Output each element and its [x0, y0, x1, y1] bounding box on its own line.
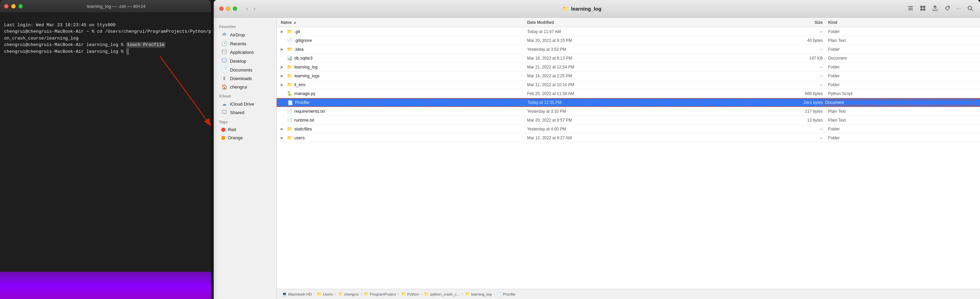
file-list-container: Name ▲ Date Modified Size Kind ▶ — [277, 18, 980, 299]
gitignore-kind: Plain Text — [823, 38, 976, 43]
sidebar-item-applications[interactable]: Applications — [216, 48, 274, 56]
svg-rect-6 — [923, 6, 925, 8]
finder-title: 📁 learning_log — [262, 5, 902, 12]
downloads-label: Downloads — [230, 76, 252, 81]
file-icon-procfile: 📄 — [288, 100, 293, 105]
finder-nav: ‹ › — [244, 5, 258, 13]
manage-date: Feb 25, 2022 at 11:38 AM — [527, 91, 724, 96]
requirements-kind: Plain Text — [823, 109, 976, 114]
close-button[interactable] — [4, 4, 8, 8]
breadcrumb-macintosh-hd[interactable]: 💻 Macintosh HD — [282, 292, 312, 296]
idea-size: -- — [724, 47, 823, 52]
back-button[interactable]: ‹ — [244, 5, 250, 13]
breadcrumb-programproject[interactable]: 📁 ProgramProject — [364, 292, 396, 296]
learning-logs-size: -- — [724, 74, 823, 78]
svg-rect-3 — [908, 8, 913, 8]
python-folder-icon: 📁 — [401, 292, 406, 296]
idea-name: .idea — [294, 47, 304, 52]
procfile-breadcrumb-icon: 📄 — [497, 292, 501, 296]
users-size: -- — [724, 136, 823, 140]
ll-env-kind: Folder — [823, 82, 976, 87]
breadcrumb-learning-log[interactable]: 📁 learning_log — [465, 292, 492, 296]
breadcrumb-python[interactable]: 📁 Python — [401, 292, 419, 296]
column-size-header[interactable]: Size — [724, 20, 823, 25]
runtime-kind: Plain Text — [823, 118, 976, 123]
sidebar-item-icloud-drive[interactable]: ☁ iCloud Drive — [216, 100, 274, 108]
expand-arrow-ll-env: ▶ — [281, 83, 285, 86]
airdrop-label: AirDrop — [230, 32, 245, 37]
file-row-git[interactable]: ▶ 📁 .git Today at 11:47 AM -- Folder — [277, 27, 980, 36]
users-name: users — [294, 136, 305, 140]
learning-logs-date: Mar 14, 2022 at 2:25 PM — [527, 74, 724, 78]
file-row-requirements[interactable]: 📄 requirements.txt Yesterday at 3:33 PM … — [277, 107, 980, 116]
svg-rect-14 — [222, 59, 226, 62]
file-row-runtime[interactable]: 📄 runtime.txt Mar 20, 2022 at 9:57 PM 13… — [277, 116, 980, 125]
list-view-button[interactable] — [906, 4, 915, 14]
desktop-icon — [221, 58, 227, 64]
svg-point-9 — [948, 6, 949, 8]
sidebar-item-recents[interactable]: 🕐 Recents — [216, 40, 274, 48]
terminal-titlebar: learning_log — -zsh — 80×24 — [0, 0, 211, 12]
pp-folder-icon: 📁 — [364, 292, 369, 296]
ll-env-size: -- — [724, 82, 823, 87]
grid-view-button[interactable] — [918, 4, 927, 14]
finder-minimize-button[interactable] — [226, 6, 231, 11]
forward-button[interactable]: › — [251, 5, 258, 13]
terminal-line-1: Last login: Wed Mar 23 10:23:45 on ttys0… — [4, 22, 116, 27]
sidebar-item-tag-red[interactable]: Red — [216, 126, 274, 133]
breadcrumb-users[interactable]: 📁 Users — [317, 292, 333, 296]
sidebar-item-downloads[interactable]: ⬇ Downloads — [216, 74, 274, 82]
learning-log-folder-icon: 📁 — [465, 292, 470, 296]
file-row-manage[interactable]: 🐍 manage.py Feb 25, 2022 at 11:38 AM 668… — [277, 89, 980, 98]
file-row-staticfiles[interactable]: ▶ 📁 staticfiles Yesterday at 4:00 PM -- … — [277, 125, 980, 133]
ll-env-date: Mar 11, 2022 at 10:16 PM — [527, 82, 724, 87]
gitignore-date: Mar 20, 2022 at 9:15 PM — [527, 38, 724, 43]
favorites-label: Favorites — [214, 22, 276, 30]
minimize-button[interactable] — [11, 4, 16, 8]
finder-maximize-button[interactable] — [233, 6, 237, 11]
file-row-learning-log[interactable]: ▶ 📁 learning_log Mar 21, 2022 at 12:54 P… — [277, 63, 980, 72]
finder-close-button[interactable] — [219, 6, 224, 11]
file-row-ll-env[interactable]: ▶ 📁 ll_env Mar 11, 2022 at 10:16 PM -- F… — [277, 80, 980, 89]
file-row-db[interactable]: 📊 db.sqlite3 Mar 18, 2022 at 8:13 PM 147… — [277, 54, 980, 63]
terminal-body[interactable]: Last login: Wed Mar 23 10:23:45 on ttys0… — [0, 12, 211, 272]
sidebar-item-desktop[interactable]: Desktop — [216, 57, 274, 66]
sidebar-item-tag-orange[interactable]: Orange — [216, 134, 274, 142]
file-row-learning-logs[interactable]: ▶ 📁 learning_logs Mar 14, 2022 at 2:25 P… — [277, 72, 980, 80]
breadcrumb-chengrui[interactable]: 📁 chengrui — [338, 292, 359, 296]
maximize-button[interactable] — [18, 4, 23, 8]
manage-size: 668 bytes — [724, 91, 823, 96]
sidebar-item-chengrui[interactable]: 🏠 chengrui — [216, 83, 274, 91]
file-row-gitignore[interactable]: 📄 .gitignore Mar 20, 2022 at 9:15 PM 40 … — [277, 36, 980, 45]
file-name-git: ▶ 📁 .git — [281, 29, 527, 34]
file-name-users: ▶ 📁 users — [281, 135, 527, 140]
breadcrumb-procfile[interactable]: 📄 Procfile — [497, 292, 515, 296]
folder-icon-users: 📁 — [287, 135, 292, 140]
requirements-size: 217 bytes — [724, 109, 823, 114]
sidebar-item-airdrop[interactable]: AirDrop — [216, 30, 274, 39]
file-row-procfile[interactable]: 📄 Procfile Today at 12:35 PM Zero bytes … — [277, 98, 980, 107]
tags-label: Tags — [214, 117, 276, 125]
column-name-header[interactable]: Name ▲ — [281, 20, 527, 25]
share-button[interactable] — [931, 4, 940, 14]
column-date-header[interactable]: Date Modified — [527, 20, 724, 25]
search-button[interactable] — [966, 4, 975, 14]
column-kind-header[interactable]: Kind — [823, 20, 976, 25]
git-kind: Folder — [823, 29, 976, 34]
procfile-name: Procfile — [295, 100, 309, 105]
sidebar-item-documents[interactable]: 📄 Documents — [216, 66, 274, 74]
sidebar-item-shared[interactable]: Shared — [216, 108, 274, 117]
breadcrumb-python-crash[interactable]: 📁 python_crash_c... — [424, 292, 460, 296]
folder-icon-git: 📁 — [287, 29, 292, 34]
staticfiles-kind: Folder — [823, 127, 976, 131]
file-row-users[interactable]: ▶ 📁 users Mar 13, 2022 at 9:27 AM -- Fol… — [277, 133, 980, 142]
more-button[interactable]: ··· — [955, 5, 962, 13]
sep-5: › — [421, 292, 422, 296]
svg-rect-17 — [222, 110, 226, 114]
file-name-manage: 🐍 manage.py — [281, 91, 527, 96]
tag-button[interactable] — [943, 4, 952, 14]
file-row-idea[interactable]: ▶ 📁 .idea Yesterday at 3:53 PM -- Folder — [277, 45, 980, 54]
file-name-learning-logs: ▶ 📁 learning_logs — [281, 73, 527, 78]
file-name-db: 📊 db.sqlite3 — [281, 56, 527, 61]
folder-icon-ll-env: 📁 — [287, 82, 292, 87]
